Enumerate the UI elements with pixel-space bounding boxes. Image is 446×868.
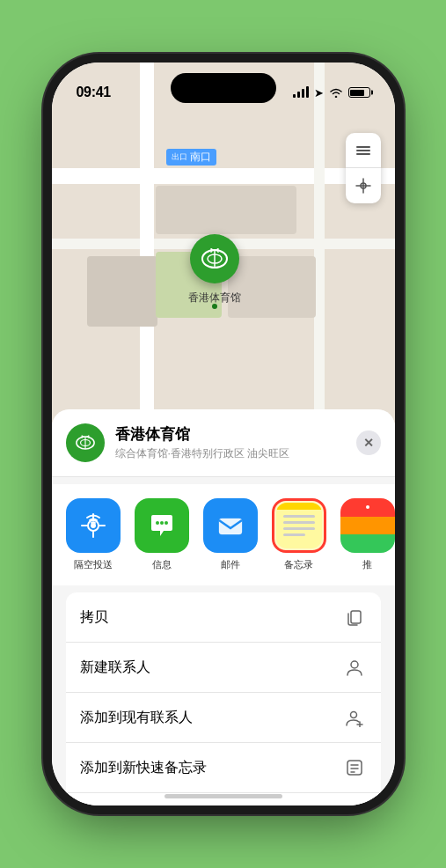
share-item-more[interactable]: 推 (340, 498, 395, 571)
venue-name: 香港体育馆 (115, 424, 346, 445)
svg-point-26 (351, 661, 358, 668)
map-layers-button[interactable] (346, 133, 381, 168)
bottom-sheet: 香港体育馆 综合体育馆·香港特别行政区 油尖旺区 ✕ (52, 409, 395, 805)
share-item-mail[interactable]: 邮件 (203, 498, 258, 571)
status-time: 09:41 (77, 85, 111, 100)
status-icons: ➤ (293, 86, 370, 99)
action-copy-label: 拷贝 (80, 608, 108, 627)
venue-info: 香港体育馆 综合体育馆·香港特别行政区 油尖旺区 (115, 424, 346, 461)
svg-marker-17 (85, 435, 88, 438)
svg-point-22 (165, 521, 168, 525)
share-label-notes: 备忘录 (284, 558, 313, 571)
share-label-message: 信息 (152, 558, 172, 571)
venue-icon (66, 423, 105, 462)
person-icon (342, 655, 367, 680)
svg-rect-1 (356, 150, 370, 151)
dynamic-island (171, 73, 276, 103)
action-new-contact[interactable]: 新建联系人 (66, 643, 381, 693)
stadium-pin: 香港体育馆 (188, 234, 241, 305)
svg-rect-25 (351, 611, 361, 623)
svg-marker-15 (82, 435, 84, 438)
phone-frame: 09:41 ➤ (52, 63, 395, 805)
share-item-notes[interactable]: 备忘录 (272, 498, 326, 571)
map-area[interactable]: 出口 南口 (52, 63, 395, 441)
svg-rect-23 (219, 519, 242, 534)
close-icon: ✕ (363, 436, 374, 450)
share-item-message[interactable]: 信息 (135, 498, 189, 571)
home-indicator (165, 794, 282, 798)
action-new-contact-label: 新建联系人 (80, 658, 150, 677)
action-copy[interactable]: 拷贝 (66, 592, 381, 643)
svg-point-20 (156, 521, 159, 525)
share-label-mail: 邮件 (221, 558, 240, 571)
close-button[interactable]: ✕ (356, 430, 381, 455)
share-row: 隔空投送 信息 (52, 484, 395, 585)
share-label-airdrop: 隔空投送 (74, 558, 113, 571)
share-item-airdrop[interactable]: 隔空投送 (66, 498, 121, 571)
copy-icon (342, 605, 367, 629)
action-quick-note-label: 添加到新快速备忘录 (80, 759, 207, 777)
svg-rect-2 (356, 153, 370, 155)
map-location-button[interactable] (346, 168, 381, 203)
signal-icon (293, 87, 309, 98)
wifi-icon (329, 87, 343, 98)
svg-point-27 (350, 712, 356, 718)
venue-subtitle: 综合体育馆·香港特别行政区 油尖旺区 (115, 446, 346, 461)
action-add-existing-label: 添加到现有联系人 (80, 709, 193, 727)
svg-rect-0 (356, 146, 370, 148)
map-label-nankou: 出口 南口 (166, 149, 216, 166)
note-icon (342, 755, 367, 780)
location-icon: ➤ (314, 86, 324, 99)
action-list: 拷贝 新建联系人 (66, 592, 381, 805)
sheet-header: 香港体育馆 综合体育馆·香港特别行政区 油尖旺区 ✕ (52, 409, 395, 477)
action-add-quick-note[interactable]: 添加到新快速备忘录 (66, 743, 381, 793)
share-label-more: 推 (362, 558, 372, 571)
battery-icon (348, 87, 370, 98)
svg-point-21 (160, 521, 164, 525)
map-controls (346, 133, 381, 203)
action-add-existing-contact[interactable]: 添加到现有联系人 (66, 693, 381, 743)
person-add-icon (342, 705, 367, 730)
